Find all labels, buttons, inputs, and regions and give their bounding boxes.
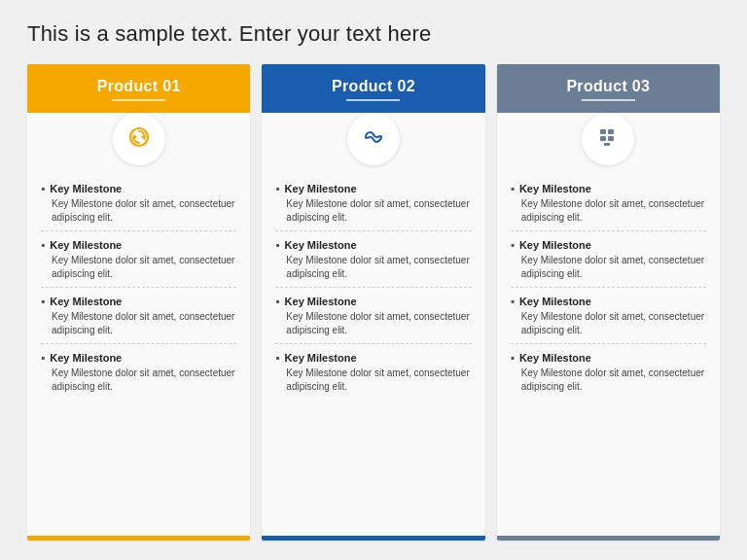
milestone-text: Key Milestone dolor sit amet, consectetu…	[41, 310, 236, 337]
card-product-03: Product 03	[497, 64, 720, 541]
milestone-label: Key Milestone	[50, 239, 122, 251]
page-wrapper: This is a sample text. Enter your text h…	[0, 0, 747, 560]
card-product-02: Product 02 ▪ Key Milestone	[262, 64, 484, 541]
svg-marker-2	[133, 134, 137, 140]
svg-rect-3	[600, 129, 606, 134]
milestone-label: Key Milestone	[285, 352, 357, 364]
card-footer-bar-1	[27, 536, 250, 541]
milestone-text: Key Milestone dolor sit amet, consectetu…	[41, 367, 236, 394]
milestone-text: Key Milestone dolor sit amet, consectetu…	[511, 310, 706, 337]
milestone-label: Key Milestone	[519, 239, 591, 251]
bullet: ▪	[275, 182, 279, 195]
page-title: This is a sample text. Enter your text h…	[27, 21, 720, 47]
infinity-icon	[361, 124, 386, 154]
milestone-2-1: ▪ Key Milestone Key Milestone dolor sit …	[275, 175, 471, 231]
milestone-label: Key Milestone	[519, 183, 591, 194]
card-title-3: Product 03	[566, 78, 650, 95]
bullet: ▪	[275, 238, 279, 252]
milestone-2-4: ▪ Key Milestone Key Milestone dolor sit …	[275, 344, 471, 400]
milestone-1-2: ▪ Key Milestone Key Milestone dolor sit …	[41, 231, 236, 288]
milestone-label: Key Milestone	[285, 296, 357, 307]
header-underline-1	[112, 99, 165, 101]
milestone-text: Key Milestone dolor sit amet, consectetu…	[511, 254, 706, 281]
milestone-text: Key Milestone dolor sit amet, consectetu…	[41, 197, 236, 225]
svg-rect-4	[608, 129, 614, 134]
svg-marker-1	[141, 134, 145, 140]
milestone-2-2: ▪ Key Milestone Key Milestone dolor sit …	[275, 231, 471, 288]
bullet: ▪	[511, 238, 515, 252]
milestone-label: Key Milestone	[285, 183, 357, 194]
card-footer-bar-2	[262, 536, 484, 541]
milestone-label: Key Milestone	[285, 239, 357, 251]
bullet: ▪	[511, 295, 515, 308]
svg-rect-6	[608, 136, 614, 141]
milestone-label: Key Milestone	[50, 183, 122, 194]
card-header-3: Product 03	[497, 64, 720, 113]
bullet: ▪	[41, 295, 45, 308]
milestone-3-2: ▪ Key Milestone Key Milestone dolor sit …	[511, 231, 706, 288]
card-body-1: ▪ Key Milestone Key Milestone dolor sit …	[27, 171, 250, 536]
milestone-text: Key Milestone dolor sit amet, consectetu…	[275, 310, 471, 337]
milestone-3-1: ▪ Key Milestone Key Milestone dolor sit …	[511, 175, 706, 231]
card-footer-bar-3	[497, 536, 720, 541]
bullet: ▪	[41, 238, 45, 252]
milestone-2-3: ▪ Key Milestone Key Milestone dolor sit …	[275, 288, 471, 344]
bullet: ▪	[511, 182, 515, 195]
bullet: ▪	[275, 295, 279, 308]
bullet: ▪	[41, 182, 45, 195]
milestone-text: Key Milestone dolor sit amet, consectetu…	[511, 367, 706, 394]
grid-icon	[595, 124, 621, 154]
card-header-1: Product 01	[27, 64, 250, 113]
card-body-3: ▪ Key Milestone Key Milestone dolor sit …	[497, 171, 720, 536]
milestone-label: Key Milestone	[519, 296, 591, 307]
card-icon-wrap-2	[347, 113, 400, 165]
card-title-2: Product 02	[332, 78, 415, 95]
milestone-1-4: ▪ Key Milestone Key Milestone dolor sit …	[41, 344, 236, 400]
milestone-label: Key Milestone	[519, 352, 591, 364]
card-product-01: Product 01	[27, 64, 250, 541]
milestone-1-3: ▪ Key Milestone Key Milestone dolor sit …	[41, 288, 236, 344]
cards-row: Product 01	[27, 64, 720, 541]
card-body-2: ▪ Key Milestone Key Milestone dolor sit …	[262, 171, 484, 536]
milestone-text: Key Milestone dolor sit amet, consectetu…	[275, 367, 471, 394]
card-icon-wrap-1	[113, 113, 165, 165]
milestone-3-3: ▪ Key Milestone Key Milestone dolor sit …	[511, 288, 706, 344]
refresh-icon	[126, 124, 152, 154]
bullet: ▪	[511, 351, 515, 365]
milestone-text: Key Milestone dolor sit amet, consectetu…	[41, 254, 236, 281]
milestone-3-4: ▪ Key Milestone Key Milestone dolor sit …	[511, 344, 706, 400]
card-icon-wrap-3	[582, 113, 634, 165]
bullet: ▪	[275, 351, 279, 365]
card-title-1: Product 01	[97, 78, 181, 95]
milestone-label: Key Milestone	[50, 352, 122, 364]
milestone-1-1: ▪ Key Milestone Key Milestone dolor sit …	[41, 175, 236, 231]
svg-rect-5	[600, 136, 606, 141]
card-header-2: Product 02	[262, 64, 484, 113]
milestone-text: Key Milestone dolor sit amet, consectetu…	[275, 254, 471, 281]
svg-rect-7	[604, 143, 610, 146]
milestone-label: Key Milestone	[50, 296, 122, 307]
header-underline-2	[346, 99, 400, 101]
header-underline-3	[582, 99, 635, 101]
milestone-text: Key Milestone dolor sit amet, consectetu…	[511, 197, 706, 225]
bullet: ▪	[41, 351, 45, 365]
milestone-text: Key Milestone dolor sit amet, consectetu…	[275, 197, 471, 225]
